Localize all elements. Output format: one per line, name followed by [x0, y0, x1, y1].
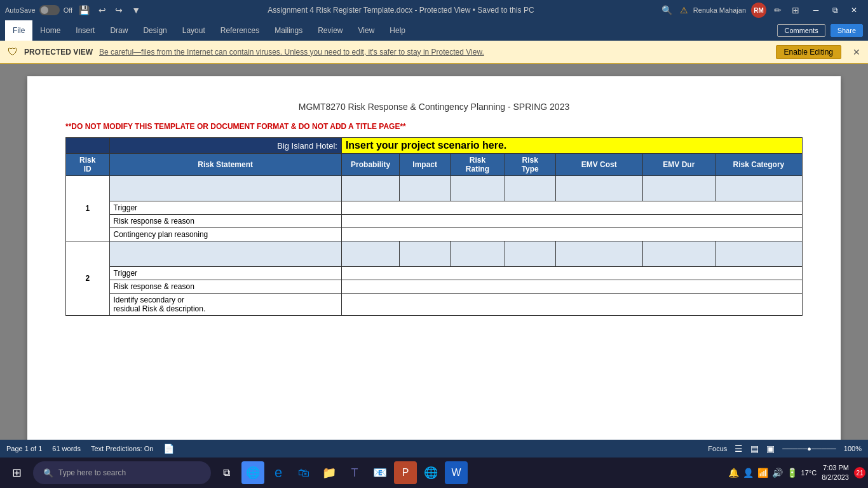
row-2-statement[interactable]: [109, 241, 341, 267]
row-1-response-value[interactable]: [341, 215, 802, 228]
pen-icon[interactable]: ✏: [771, 4, 784, 17]
document-area: MGMT8270 Risk Response & Contingency Pla…: [0, 64, 868, 440]
row-2-type[interactable]: [505, 241, 555, 267]
restore-button[interactable]: ⧉: [826, 1, 844, 19]
col-risk-id: RiskID: [66, 154, 110, 176]
scenario-cell[interactable]: Insert your project scenario here.: [341, 138, 802, 154]
tab-layout[interactable]: Layout: [175, 20, 213, 41]
tab-help[interactable]: Help: [382, 20, 413, 41]
row-2-response-value[interactable]: [341, 280, 802, 294]
ribbon-tab-group: File Home Insert Draw Design Layout Refe…: [5, 20, 413, 41]
edge-icon[interactable]: e: [267, 461, 290, 484]
notifications-icon[interactable]: 🔔: [728, 468, 739, 478]
hotel-header-row: Big Island Hotel: Insert your project sc…: [66, 138, 803, 154]
time-date-display[interactable]: 7:03 PM 8/2/2023: [822, 463, 849, 483]
window-controls: ─ ⧉ ✕: [807, 1, 863, 19]
tab-design[interactable]: Design: [135, 20, 174, 41]
tab-insert[interactable]: Insert: [68, 20, 102, 41]
layout-icon[interactable]: ⊞: [789, 4, 802, 17]
warning-icon: ⚠: [680, 5, 688, 15]
tab-home[interactable]: Home: [32, 20, 68, 41]
system-icons: 🔔 👤 📶 🔊 🔋 17°C: [728, 468, 817, 478]
people-icon[interactable]: 👤: [743, 468, 754, 478]
save-icon[interactable]: 💾: [76, 4, 92, 17]
row-1-contingency-value[interactable]: [341, 228, 802, 241]
powerpoint-icon[interactable]: P: [394, 461, 417, 484]
row-1-emv-dur[interactable]: [642, 176, 715, 201]
tab-draw[interactable]: Draw: [102, 20, 135, 41]
battery-icon[interactable]: 🔋: [787, 468, 797, 478]
undo-icon[interactable]: ↩: [96, 4, 109, 17]
tab-references[interactable]: References: [213, 20, 267, 41]
tab-review[interactable]: Review: [310, 20, 350, 41]
row-1-emv-cost[interactable]: [555, 176, 642, 201]
row-1-statement[interactable]: [109, 176, 341, 201]
row-2-rating[interactable]: [451, 241, 505, 267]
accessibility-icon[interactable]: 📄: [163, 444, 174, 454]
chrome-icon[interactable]: 🌐: [241, 461, 264, 484]
tab-view[interactable]: View: [351, 20, 383, 41]
row-2-impact[interactable]: [400, 241, 451, 267]
col-risk-statement: Risk Statement: [109, 154, 341, 176]
tab-mailings[interactable]: Mailings: [267, 20, 310, 41]
row-1-trigger-value[interactable]: [341, 201, 802, 215]
zoom-level: 100%: [844, 445, 862, 452]
volume-icon[interactable]: 🔊: [772, 468, 783, 478]
share-button[interactable]: Share: [831, 24, 863, 37]
row-1-rating[interactable]: [451, 176, 505, 201]
row-2-category[interactable]: [715, 241, 802, 267]
zoom-slider[interactable]: ─────●─────: [782, 445, 836, 452]
view-normal-icon[interactable]: ☰: [735, 444, 743, 454]
row-2-response-label: Risk response & reason: [109, 280, 341, 294]
task-view-button[interactable]: ⧉: [214, 460, 239, 485]
hotel-label-cell: Big Island Hotel:: [109, 138, 341, 154]
taskbar-search-icon: 🔍: [43, 468, 53, 478]
row-1-response-label: Risk response & reason: [109, 215, 341, 228]
close-protected-bar-button[interactable]: ✕: [853, 47, 860, 57]
focus-label[interactable]: Focus: [708, 445, 727, 452]
store-icon[interactable]: 🛍: [292, 461, 315, 484]
date: 8/2/2023: [822, 473, 849, 482]
row-2-secondary-value[interactable]: [341, 294, 802, 316]
customize-icon[interactable]: ▼: [129, 4, 143, 17]
row-2-probability[interactable]: [341, 241, 399, 267]
redo-icon[interactable]: ↪: [112, 4, 125, 17]
teams-icon[interactable]: T: [343, 461, 366, 484]
files-icon[interactable]: 📁: [318, 461, 341, 484]
status-bar-left: Page 1 of 1 61 words Text Predictions: O…: [6, 444, 174, 454]
view-web-icon[interactable]: ▣: [766, 444, 775, 454]
close-button[interactable]: ✕: [845, 1, 863, 19]
row-1-impact[interactable]: [400, 176, 451, 201]
row-1-id: 1: [66, 176, 110, 241]
outlook-icon[interactable]: 📧: [369, 461, 391, 484]
title-bar-right: 🔍 ⚠ Renuka Mahajan RM ✏ ⊞ ─ ⧉ ✕: [659, 1, 863, 19]
text-predictions: Text Predictions: On: [91, 445, 153, 452]
row-2-emv-dur[interactable]: [642, 241, 715, 267]
row-1-type[interactable]: [505, 176, 555, 201]
taskbar-right: 🔔 👤 📶 🔊 🔋 17°C 7:03 PM 8/2/2023 21: [728, 463, 865, 483]
autosave-toggle[interactable]: [39, 5, 60, 15]
search-icon[interactable]: 🔍: [659, 4, 675, 17]
minimize-button[interactable]: ─: [807, 1, 825, 19]
chrome2-icon[interactable]: 🌐: [419, 461, 442, 484]
tab-file[interactable]: File: [5, 20, 32, 41]
col-probability: Probability: [341, 154, 399, 176]
autosave-state: Off: [64, 6, 72, 14]
notification-badge[interactable]: 21: [854, 467, 865, 478]
user-avatar[interactable]: RM: [751, 3, 766, 18]
comments-button[interactable]: Comments: [777, 24, 825, 37]
row-2-trigger-value[interactable]: [341, 267, 802, 280]
view-print-icon[interactable]: ▤: [750, 444, 759, 454]
col-emv-dur: EMV Dur: [642, 154, 715, 176]
enable-editing-button[interactable]: Enable Editing: [776, 45, 841, 59]
network-icon[interactable]: 📶: [757, 468, 768, 478]
autosave-label: AutoSave: [5, 6, 36, 14]
start-button[interactable]: ⊞: [3, 459, 31, 487]
ribbon-tabs: File Home Insert Draw Design Layout Refe…: [0, 20, 868, 41]
word-icon[interactable]: W: [445, 461, 468, 484]
row-1-probability[interactable]: [341, 176, 399, 201]
protected-view-bar: 🛡 PROTECTED VIEW Be careful—files from t…: [0, 41, 868, 64]
row-2-emv-cost[interactable]: [555, 241, 642, 267]
taskbar-search-box[interactable]: 🔍 Type here to search: [33, 461, 211, 484]
row-1-category[interactable]: [715, 176, 802, 201]
